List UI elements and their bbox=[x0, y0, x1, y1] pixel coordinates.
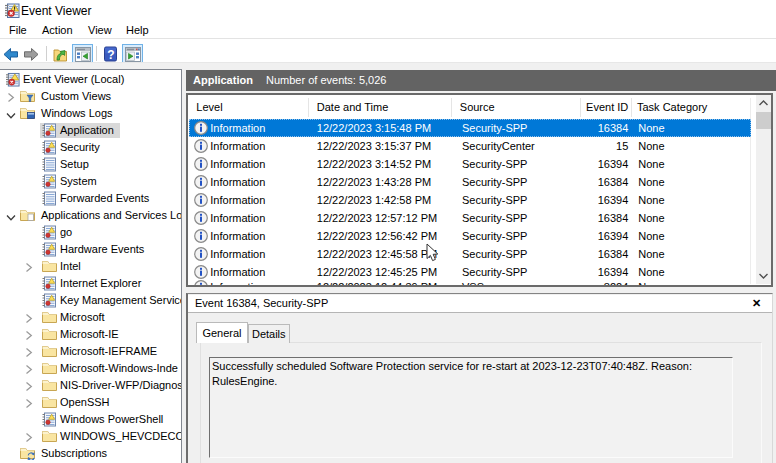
svg-text:?: ? bbox=[107, 48, 114, 62]
